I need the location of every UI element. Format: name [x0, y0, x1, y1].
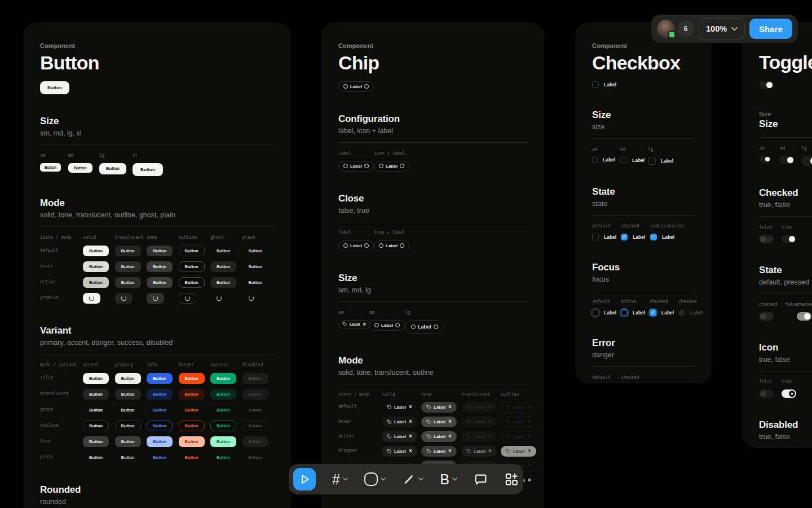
button-sample[interactable]: Button [210, 436, 236, 447]
button-sample[interactable]: Button [179, 373, 205, 384]
checkbox-sample[interactable]: Label [648, 157, 673, 165]
toggle-switch[interactable] [780, 156, 795, 164]
checkbox[interactable] [621, 234, 628, 240]
button-sample[interactable]: Button [210, 405, 236, 415]
button-sample[interactable] [147, 293, 164, 304]
button-sample[interactable]: Button [242, 277, 268, 288]
close-icon[interactable]: × [409, 404, 412, 410]
checkbox-sample[interactable]: Label [650, 309, 674, 316]
button-sample[interactable]: Button [115, 261, 141, 272]
checkbox-sample[interactable]: Label [621, 309, 645, 316]
toggle-switch[interactable] [797, 312, 811, 321]
checkbox[interactable] [620, 157, 627, 164]
button-sample[interactable]: Button [179, 277, 205, 288]
button-sample[interactable]: Button [242, 405, 268, 415]
checkbox[interactable] [621, 309, 628, 316]
button-sample[interactable]: Button [83, 277, 109, 288]
chip-sample[interactable]: Label× [501, 402, 536, 413]
chip-sample[interactable]: Label× [461, 402, 497, 413]
button-sample[interactable]: Button [242, 389, 268, 400]
chip-sample[interactable]: Label [369, 320, 405, 331]
button-sample[interactable]: Button [147, 277, 173, 288]
checkbox-sample[interactable]: Label [592, 234, 616, 240]
button-sample[interactable]: Button [99, 163, 126, 174]
button-sample[interactable]: Button [40, 163, 61, 172]
button-sample[interactable]: Button [115, 405, 141, 415]
chevron-down-icon[interactable] [418, 478, 423, 481]
button-sample[interactable]: Button [133, 163, 163, 176]
chip-sample[interactable]: Label× [501, 431, 536, 442]
checkbox[interactable] [592, 157, 598, 163]
button-sample[interactable]: Button [83, 389, 109, 400]
chip-sample[interactable]: Label× [382, 446, 417, 457]
button-sample[interactable]: Button [83, 261, 109, 272]
button-sample[interactable]: Button [68, 163, 92, 173]
checkbox-sample[interactable]: Label [621, 234, 645, 240]
close-icon[interactable]: × [528, 404, 531, 410]
components-tool-button[interactable] [504, 472, 519, 487]
shape-tool-button[interactable] [364, 472, 386, 486]
toggle-switch[interactable] [782, 235, 796, 243]
button-sample[interactable]: Button [242, 373, 268, 384]
comment-tool-button[interactable] [474, 472, 488, 487]
button-sample[interactable]: Button [179, 436, 205, 447]
button-sample[interactable]: Button [147, 421, 173, 431]
close-icon[interactable]: × [448, 419, 452, 424]
chevron-down-icon[interactable] [381, 478, 386, 481]
chevron-down-icon[interactable] [343, 478, 348, 481]
button-sample[interactable]: Button [210, 421, 236, 431]
checkbox-sample[interactable]: Label [592, 309, 616, 316]
button-sample[interactable]: Button [210, 246, 236, 256]
close-icon[interactable]: × [488, 404, 492, 410]
button-sample[interactable]: Button [40, 81, 69, 94]
button-sample[interactable]: Button [210, 261, 236, 272]
chip-sample[interactable]: Label× [382, 431, 417, 442]
chip-sample[interactable]: Label× [461, 417, 497, 427]
button-sample[interactable] [115, 293, 133, 304]
checkbox[interactable] [592, 309, 599, 316]
button-sample[interactable]: Button [242, 261, 268, 272]
button-sample[interactable]: Button [115, 452, 141, 463]
button-sample[interactable]: Button [115, 373, 141, 384]
toggle-switch[interactable] [801, 156, 812, 166]
close-icon[interactable]: × [409, 448, 412, 454]
button-sample[interactable]: Button [83, 373, 109, 384]
checkbox-sample[interactable]: Label [678, 309, 703, 316]
checkbox[interactable] [650, 309, 656, 316]
button-sample[interactable]: Button [83, 421, 109, 431]
button-sample[interactable]: Button [115, 389, 141, 400]
close-icon[interactable]: × [528, 433, 531, 439]
close-icon[interactable]: × [528, 463, 531, 468]
button-sample[interactable]: Button [179, 405, 205, 415]
pen-tool-button[interactable] [402, 472, 423, 486]
button-sample[interactable] [83, 293, 100, 304]
toggle-switch[interactable] [759, 312, 774, 321]
chip-sample[interactable]: Label× [421, 446, 457, 457]
chip-sample[interactable]: Label [338, 240, 374, 251]
checkbox[interactable] [592, 234, 599, 240]
checkbox[interactable] [678, 309, 685, 316]
button-sample[interactable]: Button [115, 277, 141, 288]
frame-tool-button[interactable]: # [332, 472, 348, 487]
chip-sample[interactable]: Label× [421, 417, 457, 427]
button-sample[interactable]: Button [179, 389, 205, 400]
button-sample[interactable]: Button [179, 246, 205, 256]
chip-sample[interactable]: Label× [501, 417, 536, 427]
button-sample[interactable] [210, 293, 228, 304]
button-sample[interactable]: Button [147, 405, 173, 415]
button-sample[interactable]: Button [242, 452, 268, 463]
toggle-switch[interactable] [759, 389, 774, 398]
chip-sample[interactable]: Label× [461, 431, 497, 442]
chip-sample[interactable]: Label× [421, 402, 457, 413]
chip-sample[interactable]: Label× [382, 402, 417, 413]
toggle-switch[interactable] [759, 81, 774, 89]
close-icon[interactable]: × [488, 433, 492, 439]
button-sample[interactable]: Button [147, 389, 173, 400]
checkbox[interactable] [648, 157, 656, 165]
button-sample[interactable]: Button [210, 389, 236, 400]
chip-sample[interactable]: Label [338, 161, 374, 172]
button-sample[interactable]: Button [147, 452, 173, 463]
chip-sample[interactable]: Label [405, 320, 444, 334]
close-icon[interactable]: × [528, 419, 531, 424]
pointer-tool-button[interactable] [293, 468, 316, 491]
